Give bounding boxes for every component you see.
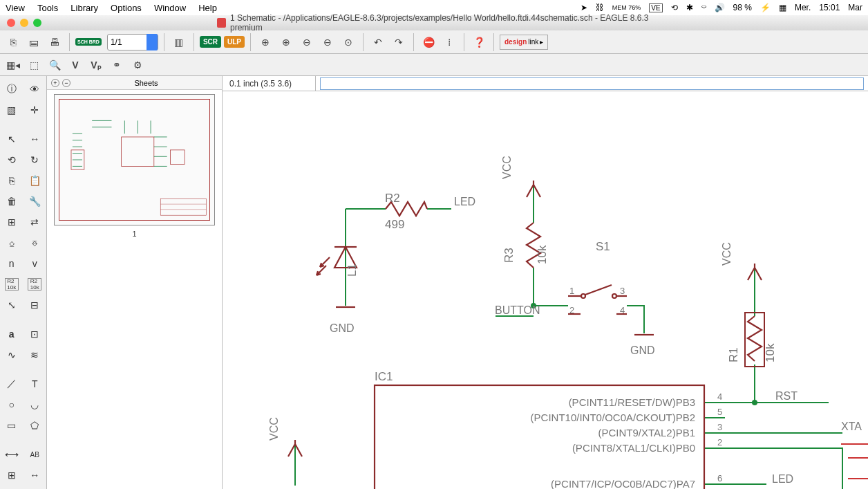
menu-tools[interactable]: Tools: [37, 3, 58, 13]
add-tool[interactable]: ⊞: [0, 212, 23, 232]
sheet-selector[interactable]: [107, 34, 158, 50]
show-tool[interactable]: 👁: [23, 79, 47, 100]
vcc3-net: VCC: [268, 417, 280, 441]
help-button[interactable]: ❓: [470, 33, 488, 51]
menu-help[interactable]: Help: [198, 3, 217, 13]
errors-tool[interactable]: ⊡: [23, 324, 47, 344]
ic-pin-pb3: (PCINT11/RESET/DW)PB3: [569, 396, 695, 408]
zoom-window-button[interactable]: ⊙: [339, 33, 357, 51]
ab-tool[interactable]: AB: [23, 444, 47, 465]
wrench-tool[interactable]: 🔧: [23, 191, 47, 212]
grid-button[interactable]: ▦◂: [4, 56, 22, 74]
delete-tool[interactable]: 🗑: [0, 191, 23, 212]
label-tool[interactable]: R210k: [0, 274, 23, 295]
sheet-thumbnail[interactable]: [54, 94, 215, 225]
name-tool[interactable]: n: [0, 253, 23, 274]
schematic-svg: R2 499 LED L1 GND VCC R3 10k BUTTON S1 1…: [223, 91, 868, 489]
replace-tool[interactable]: ⇄: [23, 212, 47, 232]
bluetooth-icon[interactable]: ✱: [686, 3, 693, 12]
layers-button[interactable]: ⬚: [25, 56, 43, 74]
minimize-button[interactable]: [20, 19, 28, 27]
vcc2-net: VCC: [721, 242, 733, 266]
menu-window[interactable]: Window: [154, 3, 186, 13]
designlink-button[interactable]: designlink▸: [500, 35, 548, 50]
gate2-tool[interactable]: ⎑: [23, 232, 47, 253]
circle-tool[interactable]: ○: [0, 394, 23, 415]
dropbox-icon[interactable]: ⛓: [596, 3, 604, 12]
open-button[interactable]: ⎘: [4, 33, 22, 51]
add-sheet-icon[interactable]: +: [51, 79, 59, 87]
menubar-icon[interactable]: ▦: [779, 3, 786, 12]
ulp-button[interactable]: ULP: [224, 36, 245, 48]
wire-tool[interactable]: ／: [0, 373, 23, 394]
menu-view[interactable]: View: [6, 3, 25, 13]
wifi-icon[interactable]: ⌔: [701, 3, 706, 12]
text-tool[interactable]: T: [23, 373, 47, 394]
library-button[interactable]: ▥: [170, 33, 188, 51]
history-icon[interactable]: ⟲: [671, 3, 678, 12]
location-icon[interactable]: ➤: [581, 3, 587, 12]
zoom-reset-button[interactable]: ⊖: [319, 33, 337, 51]
poly-tool[interactable]: ⬠: [23, 415, 47, 436]
ic1-name: IC1: [375, 370, 393, 383]
zoom-fit-button[interactable]: ⊕: [256, 33, 274, 51]
menu-library[interactable]: Library: [70, 3, 98, 13]
led-net: LED: [454, 196, 475, 207]
move-tool[interactable]: ↖: [0, 129, 23, 149]
l1-name: L1: [346, 264, 359, 277]
link-button[interactable]: ⚭: [108, 56, 126, 74]
rect-tool[interactable]: ▭: [0, 415, 23, 436]
vp-button[interactable]: Vₚ: [87, 56, 105, 74]
mirror-tool[interactable]: ⟲: [0, 149, 23, 170]
arc-tool[interactable]: ◡: [23, 394, 47, 415]
print-button[interactable]: 🖶: [46, 33, 64, 51]
paste-tool[interactable]: 📋: [23, 170, 47, 191]
split-tool[interactable]: ⤡: [0, 295, 23, 315]
sheet-number: 1: [47, 230, 222, 238]
info-tool[interactable]: ⓘ: [0, 79, 23, 100]
layer-tool[interactable]: ▧: [0, 100, 23, 120]
sch-brd-button[interactable]: SCH BRD: [75, 38, 102, 46]
ve-icon[interactable]: VE: [649, 3, 662, 12]
command-input[interactable]: [320, 77, 864, 90]
smash-tool[interactable]: R210k: [23, 274, 47, 295]
save-button[interactable]: 🖴: [25, 33, 43, 51]
rotate-tool[interactable]: ↻: [23, 149, 47, 170]
value-tool[interactable]: v: [23, 253, 47, 274]
window-title: 1 Schematic - /Applications/EAGLE-8.6.3/…: [230, 13, 651, 33]
dimension-tool[interactable]: ⟷: [0, 444, 23, 465]
menu-options[interactable]: Options: [111, 3, 142, 13]
zoom-out-button[interactable]: ⊖: [298, 33, 316, 51]
svg-point-13: [581, 294, 585, 298]
sheet-input[interactable]: [108, 37, 147, 47]
zoom-tool-button[interactable]: 🔍: [46, 56, 64, 74]
mark-tool[interactable]: ✛: [23, 100, 47, 120]
gate-tool[interactable]: ⎐: [0, 232, 23, 253]
attr2-tool[interactable]: ↔: [23, 465, 47, 486]
copy-tool[interactable]: ⎘: [0, 170, 23, 191]
undo-button[interactable]: ↶: [369, 33, 387, 51]
remove-sheet-icon[interactable]: −: [62, 79, 70, 87]
close-button[interactable]: [7, 19, 15, 27]
redo-button[interactable]: ↷: [390, 33, 408, 51]
schematic-canvas[interactable]: R2 499 LED L1 GND VCC R3 10k BUTTON S1 1…: [223, 91, 868, 489]
scr-button[interactable]: SCR: [200, 36, 221, 48]
erc-tool[interactable]: a: [0, 324, 23, 344]
stop-button[interactable]: ⛔: [419, 33, 437, 51]
maximize-button[interactable]: [33, 19, 41, 27]
attr-tool[interactable]: ⊞: [0, 465, 23, 486]
value-button[interactable]: V: [66, 56, 84, 74]
bus-tool[interactable]: ∿: [0, 344, 23, 365]
invoke-tool[interactable]: ⊟: [23, 295, 47, 315]
move2-tool[interactable]: ↔: [23, 129, 47, 149]
sheets-panel: + − Sheets: [47, 76, 223, 489]
go-button[interactable]: ⁞: [440, 33, 458, 51]
gnd1-net: GND: [330, 322, 355, 334]
r3-name: R3: [502, 248, 516, 263]
sheet-spinner[interactable]: [147, 34, 158, 50]
net-tool[interactable]: ≋: [23, 344, 47, 365]
zoom-in-button[interactable]: ⊕: [277, 33, 295, 51]
settings-button[interactable]: ⚙: [129, 56, 147, 74]
eagle-icon: [217, 18, 226, 28]
volume-icon[interactable]: 🔊: [715, 3, 725, 12]
